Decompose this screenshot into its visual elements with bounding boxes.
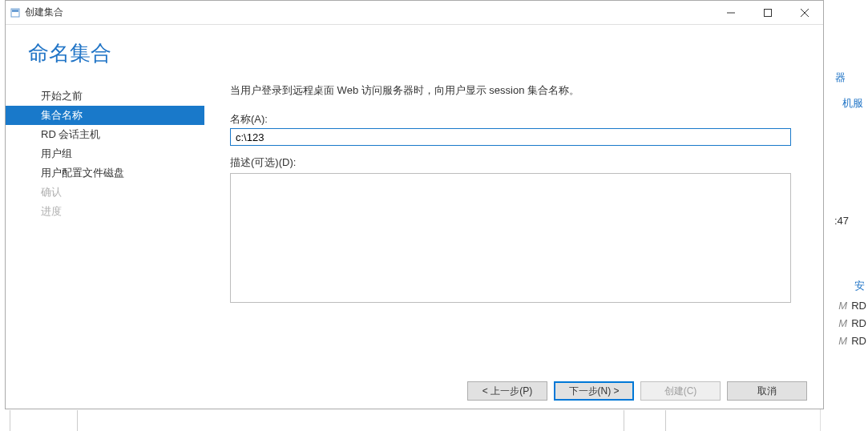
sidebar-item-progress: 进度 [6,202,204,221]
sidebar-item-confirmation: 确认 [6,183,204,202]
maximize-button[interactable] [749,1,786,24]
page-header: 命名集合 [6,25,823,79]
wizard-sidebar: 开始之前 集合名称 RD 会话主机 用户组 用户配置文件磁盘 确认 进度 [6,79,204,373]
main-panel: 当用户登录到远程桌面 Web 访问服务器时，向用户显示 session 集合名称… [204,79,823,373]
bg-row-prefix-1: M [838,300,847,312]
bg-row-2: RD [851,317,866,329]
description-field-group: 描述(可选)(D): [230,155,791,306]
background-table-lines [0,410,868,431]
titlebar: 创建集合 [6,1,823,25]
app-icon [10,8,20,18]
description-textarea[interactable] [230,173,791,303]
minimize-button[interactable] [713,1,749,24]
bg-row-prefix-2: M [838,317,847,329]
sidebar-item-user-profile-disks[interactable]: 用户配置文件磁盘 [6,163,204,183]
content-row: 开始之前 集合名称 RD 会话主机 用户组 用户配置文件磁盘 确认 进度 当用户… [6,79,823,373]
previous-button[interactable]: < 上一步(P) [467,381,547,401]
sidebar-item-collection-name[interactable]: 集合名称 [6,106,204,125]
sidebar-item-before-begin[interactable]: 开始之前 [6,87,204,106]
name-label: 名称(A): [230,112,791,127]
next-button[interactable]: 下一步(N) > [554,381,634,401]
dialog-body: 命名集合 开始之前 集合名称 RD 会话主机 用户组 用户配置文件磁盘 确认 进… [6,25,823,409]
sidebar-item-user-groups[interactable]: 用户组 [6,144,204,163]
bg-link-1[interactable]: 器 [835,70,846,85]
wizard-dialog: 创建集合 命名集合 开始之前 集合名称 RD 会话主机 用户组 用户配置文件磁盘 [5,0,824,409]
svg-rect-3 [765,9,772,16]
svg-rect-1 [12,10,18,12]
cancel-button[interactable]: 取消 [727,381,807,401]
bg-row-prefix-3: M [838,335,847,347]
button-row: < 上一步(P) 下一步(N) > 创建(C) 取消 [6,373,823,409]
close-button[interactable] [786,1,823,24]
window-title: 创建集合 [25,6,713,19]
bg-link-2[interactable]: 机服 [842,96,863,111]
window-controls [713,1,823,24]
create-button: 创建(C) [640,381,721,401]
name-input[interactable] [230,128,791,146]
name-field-group: 名称(A): [230,112,791,146]
background-panel: 器 机服 :47 安 M RD M RD M RD [820,0,868,431]
page-title: 命名集合 [28,39,801,67]
bg-time: :47 [834,215,849,227]
description-label: 描述(可选)(D): [230,155,791,170]
sidebar-item-rd-session-host[interactable]: RD 会话主机 [6,125,204,144]
bg-row-1: RD [851,300,866,312]
bg-column-header[interactable]: 安 [854,279,865,293]
bg-row-3: RD [851,335,866,347]
instruction-text: 当用户登录到远程桌面 Web 访问服务器时，向用户显示 session 集合名称… [230,83,791,98]
